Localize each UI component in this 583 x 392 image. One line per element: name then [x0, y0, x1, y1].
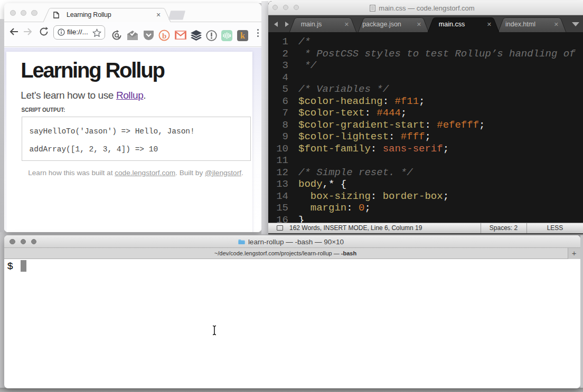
svg-text:b: b [162, 32, 166, 40]
